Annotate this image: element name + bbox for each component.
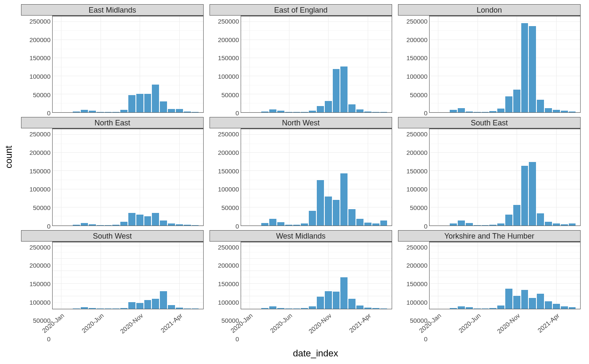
bar — [537, 100, 544, 112]
y-tick: 50000 — [221, 91, 239, 98]
plot-wrap: 2020-Jan2020-Jun2020-Nov2021-Apr — [52, 242, 204, 339]
bar — [152, 299, 159, 309]
bar — [325, 291, 332, 309]
bar — [474, 112, 481, 112]
y-tick: 200000 — [218, 149, 239, 156]
bar — [120, 110, 127, 112]
plot-area — [52, 16, 204, 113]
bar — [112, 112, 119, 113]
bar — [364, 112, 371, 113]
bar — [333, 200, 340, 225]
y-tick: 200000 — [218, 36, 239, 43]
y-tick: 100000 — [218, 186, 239, 192]
bar — [81, 223, 88, 226]
bar — [521, 290, 528, 309]
bar — [561, 306, 568, 309]
bar — [545, 222, 552, 226]
x-tick: 2020-Nov — [119, 312, 144, 335]
bar — [128, 95, 135, 112]
bar — [105, 112, 112, 112]
bars — [241, 242, 392, 309]
y-tick: 150000 — [218, 55, 239, 61]
bar — [333, 69, 340, 112]
bar — [144, 300, 151, 309]
bar — [505, 289, 512, 309]
plot-area — [52, 242, 204, 309]
bar — [89, 308, 96, 309]
x-tick: 2021-Apr — [348, 312, 372, 334]
facet-west-midlands: West Midlands250000200000150000100000500… — [210, 230, 392, 339]
bar — [97, 225, 104, 226]
bar — [160, 291, 167, 309]
bars — [430, 16, 580, 112]
y-tick: 50000 — [410, 205, 427, 211]
bar — [261, 112, 268, 113]
bar — [474, 308, 481, 309]
y-axis-title-text: count — [3, 146, 14, 168]
bar — [482, 112, 489, 113]
bar — [372, 112, 379, 113]
y-tick: 250000 — [29, 18, 50, 24]
bar — [466, 223, 473, 226]
bar — [482, 308, 489, 309]
x-axis-title: date_index — [50, 348, 581, 359]
bars — [53, 129, 203, 225]
bar — [458, 221, 465, 226]
bar — [356, 109, 363, 113]
facet-body: 2500002000001500001000005000002020-Jan20… — [21, 16, 204, 113]
x-tick: 2020-Jun — [80, 312, 105, 334]
bar — [489, 308, 496, 309]
bar — [561, 111, 568, 112]
bar — [529, 298, 536, 309]
bar — [277, 111, 284, 112]
bar — [269, 219, 276, 226]
plot-area — [52, 128, 204, 226]
y-tick-labels: 250000200000150000100000500000 — [398, 16, 429, 113]
y-tick-labels: 250000200000150000100000500000 — [398, 128, 429, 226]
bar — [301, 308, 308, 309]
bar — [497, 109, 504, 112]
bar — [261, 308, 268, 309]
bars — [53, 16, 203, 112]
bar — [553, 304, 560, 309]
bar — [176, 308, 183, 309]
y-tick: 200000 — [406, 36, 427, 43]
bar — [372, 308, 379, 309]
y-tick: 150000 — [218, 281, 239, 287]
y-tick: 150000 — [29, 281, 50, 287]
bar — [340, 277, 348, 309]
facet-body: 2500002000001500001000005000002020-Jan20… — [210, 128, 392, 226]
y-tick: 150000 — [406, 281, 427, 287]
bar — [293, 308, 300, 309]
y-tick: 150000 — [406, 55, 427, 61]
y-tick: 100000 — [406, 186, 427, 192]
facet-yorkshire-and-the-humber: Yorkshire and The Humber2500002000001500… — [398, 230, 581, 339]
x-tick: 2021-Apr — [159, 312, 184, 334]
y-tick: 100000 — [29, 73, 50, 80]
x-tick-labels: 2020-Jan2020-Jun2020-Nov2021-Apr — [429, 309, 581, 339]
bar — [450, 308, 457, 309]
plot-wrap: 2020-Jan2020-Jun2020-Nov2021-Apr — [429, 128, 581, 226]
bar — [285, 112, 292, 112]
y-tick: 0 — [236, 223, 239, 229]
facet-title: Yorkshire and The Humber — [398, 230, 581, 242]
y-tick: 200000 — [218, 262, 239, 268]
facet-south-east: South East250000200000150000100000500000… — [398, 117, 581, 226]
bar — [120, 308, 127, 309]
y-tick: 250000 — [218, 244, 239, 250]
bar — [160, 221, 167, 225]
bar — [364, 223, 371, 226]
facet-body: 2500002000001500001000005000002020-Jan20… — [21, 242, 204, 339]
y-tick: 100000 — [218, 299, 239, 305]
plot-wrap: 2020-Jan2020-Jun2020-Nov2021-Apr — [429, 242, 581, 339]
bar — [497, 223, 504, 226]
bar — [474, 225, 481, 226]
bar — [285, 308, 292, 309]
bar — [569, 223, 576, 226]
plot-wrap: 2020-Jan2020-Jun2020-Nov2021-Apr — [52, 16, 204, 113]
bar — [340, 66, 348, 112]
plot-area — [241, 16, 392, 113]
bar — [513, 205, 520, 225]
bar — [380, 308, 387, 309]
bar — [73, 308, 80, 309]
